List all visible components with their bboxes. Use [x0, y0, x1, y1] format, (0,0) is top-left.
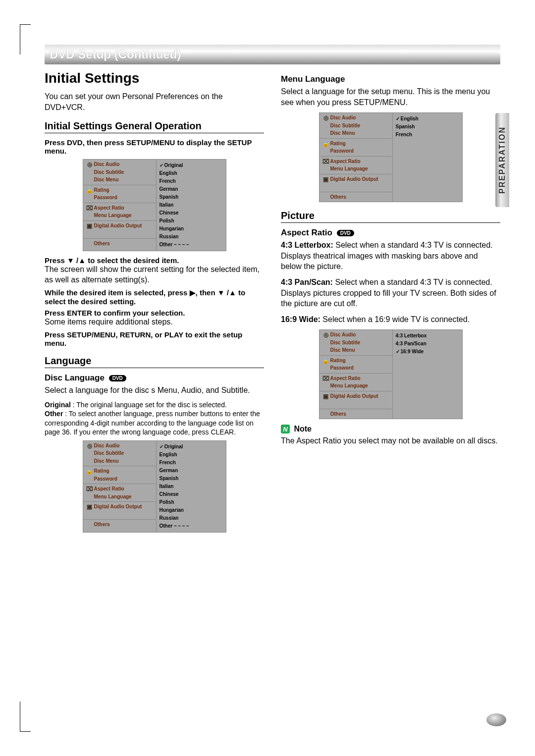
osd-setup-menu-1: ◎Disc AudioDisc SubtitleDisc Menu 🔒Ratin… — [83, 159, 226, 251]
menu-language-heading: Menu Language — [281, 74, 500, 84]
step-4-desc: Some items require additional steps. — [45, 317, 264, 327]
language-heading: Language — [45, 355, 264, 368]
general-operation-heading: Initial Settings General Operation — [45, 120, 264, 133]
note-text: The Aspect Ratio you select may not be a… — [281, 435, 500, 446]
initial-settings-title: Initial Settings — [45, 70, 264, 86]
right-column: Menu Language Select a language for the … — [281, 70, 500, 538]
crop-mark-bottom-left — [20, 702, 31, 731]
note-heading: N Note — [281, 424, 500, 433]
osd-menu-language: ◎Disc AudioDisc SubtitleDisc Menu 🔒Ratin… — [319, 112, 463, 202]
osd-aspect-ratio: ◎Disc AudioDisc SubtitleDisc Menu 🔒Ratin… — [319, 329, 463, 419]
tv-icon: ⌧ — [85, 485, 94, 493]
ar-panscan: 4:3 Pan/Scan: Select when a standard 4:3… — [281, 277, 500, 309]
menu-language-desc: Select a language for the setup menu. Th… — [281, 86, 500, 108]
step-3: While the desired item is selected, pres… — [45, 288, 264, 306]
note-icon: N — [281, 425, 290, 433]
step-5: Press SETUP/MENU, RETURN, or PLAY to exi… — [45, 330, 264, 347]
lock-icon: 🔒 — [85, 467, 94, 476]
banner-title: DVD Setup (Continued) — [50, 48, 495, 61]
disc-language-heading: Disc Language DVD — [45, 373, 264, 383]
lock-icon: 🔒 — [85, 186, 94, 195]
tv-icon: ⌧ — [321, 158, 330, 166]
disc-language-desc: Select a language for the disc s Menu, A… — [45, 385, 264, 396]
section-side-tab: PREPARATION — [495, 113, 509, 207]
aspect-ratio-heading: Aspect Ratio DVD — [281, 228, 500, 238]
disc-icon: ◎ — [85, 442, 94, 450]
step-1: Press DVD, then press SETUP/MENU to disp… — [45, 138, 264, 155]
ar-wide: 16:9 Wide: Select when a 16:9 wide TV is… — [281, 314, 500, 325]
page-number-dot — [486, 713, 506, 726]
disc-icon: ◎ — [85, 161, 94, 169]
intro-text: You can set your own Personal Preference… — [45, 91, 264, 112]
speaker-icon: ▣ — [85, 222, 94, 230]
dvd-badge-icon: DVD — [337, 230, 354, 236]
picture-heading: Picture — [281, 210, 500, 223]
crop-mark-top-left — [20, 25, 31, 54]
left-column: Initial Settings You can set your own Pe… — [45, 70, 264, 538]
other-desc: Other : To select another language, pres… — [45, 409, 264, 436]
speaker-icon: ▣ — [85, 503, 94, 511]
page-banner: DVD Setup (Continued) — [45, 45, 500, 64]
tv-icon: ⌧ — [85, 204, 94, 213]
disc-icon: ◎ — [321, 331, 330, 339]
lock-icon: 🔒 — [321, 357, 330, 365]
osd-setup-menu-2: ◎Disc AudioDisc SubtitleDisc Menu 🔒Ratin… — [83, 440, 226, 533]
speaker-icon: ▣ — [321, 392, 330, 401]
ar-letterbox: 4:3 Letterbox: Select when a standard 4:… — [281, 240, 500, 272]
original-desc: Original : The original language set for… — [45, 400, 264, 409]
step-4: Press ENTER to confirm your selection. — [45, 309, 264, 317]
speaker-icon: ▣ — [321, 175, 330, 184]
tv-icon: ⌧ — [321, 375, 330, 383]
step-2: Press ▼ /▲ to select the desired item. — [45, 256, 264, 265]
dvd-badge-icon: DVD — [109, 375, 126, 381]
step-2-desc: The screen will show the current setting… — [45, 265, 264, 285]
lock-icon: 🔒 — [321, 140, 330, 148]
disc-icon: ◎ — [321, 114, 330, 122]
